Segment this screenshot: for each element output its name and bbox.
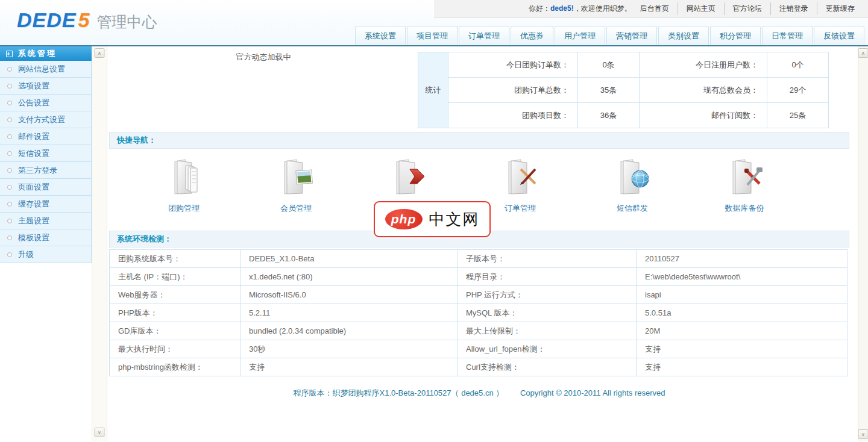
sidebar-item-options[interactable]: 选项设置 xyxy=(0,78,92,95)
tab-points-management[interactable]: 积分管理 xyxy=(710,26,761,45)
stat-value: 25条 xyxy=(767,103,829,128)
tab-system-settings[interactable]: 系统设置 xyxy=(355,26,406,45)
header: DEDE 5 管理中心 你好：dede5!，欢迎使用织梦。 后台首页 网站主页 … xyxy=(0,0,868,46)
link-admin-home[interactable]: 后台首页 xyxy=(632,2,678,15)
logo-dede: DEDE xyxy=(17,8,76,32)
username: dede5! xyxy=(550,4,574,13)
tab-feedback-settings[interactable]: 反馈设置 xyxy=(814,26,864,45)
scroll-up-icon[interactable] xyxy=(858,48,868,58)
env-value: isapi xyxy=(637,286,848,304)
scroll-down-icon[interactable] xyxy=(858,429,868,439)
tab-marketing-management[interactable]: 营销管理 xyxy=(606,26,657,45)
env-value: DEDE5_X1.0-Beta xyxy=(241,250,458,268)
env-label: 最大执行时间： xyxy=(110,340,241,358)
env-table: 团购系统版本号： DEDE5_X1.0-Beta 子版本号： 20110527 … xyxy=(109,249,848,376)
sidebar-item-label: 模板设置 xyxy=(18,232,49,243)
sidebar-item-label: 公告设置 xyxy=(18,98,49,108)
link-refresh-cache[interactable]: 更新缓存 xyxy=(817,2,863,15)
bullet-icon xyxy=(7,219,12,223)
quicknav-group-buy[interactable]: 团购管理 xyxy=(128,149,240,231)
sidebar-item-label: 支付方式设置 xyxy=(18,114,65,125)
stat-label: 团购订单总数： xyxy=(448,78,578,103)
table-row: PHP版本： 5.2.11 MySQL 版本： 5.0.51a xyxy=(110,304,848,322)
env-value: E:\web\dede5test\wwwroot\ xyxy=(637,268,848,286)
page-scrollbar[interactable] xyxy=(858,46,868,441)
env-value: bundled (2.0.34 compatible) xyxy=(241,322,458,340)
greeting-prefix: 你好： xyxy=(529,4,550,13)
sidebar: 系统管理 网站信息设置 选项设置 公告设置 支付方式设置 邮件设置 短信设置 第… xyxy=(0,46,92,441)
env-value: 30秒 xyxy=(241,340,458,358)
topbar: 你好：dede5!，欢迎使用织梦。 后台首页 网站主页 官方论坛 注销登录 更新… xyxy=(434,0,868,18)
stat-label: 邮件订阅数： xyxy=(640,103,767,128)
quicknav-label: 数据库备份 xyxy=(688,203,800,214)
bullet-icon xyxy=(7,168,12,173)
link-site-home[interactable]: 网站主页 xyxy=(678,2,724,15)
env-value: 5.2.11 xyxy=(241,304,458,322)
tab-daily-management[interactable]: 日常管理 xyxy=(762,26,813,45)
sidebar-item-upgrade[interactable]: 升级 xyxy=(0,246,92,263)
quicknav-db-backup[interactable]: 数据库备份 xyxy=(688,149,800,231)
sidebar-item-email[interactable]: 邮件设置 xyxy=(0,128,92,145)
sidebar-item-sms[interactable]: 短信设置 xyxy=(0,145,92,162)
sidebar-item-theme[interactable]: 主题设置 xyxy=(0,213,92,229)
sidebar-group-system[interactable]: 系统管理 xyxy=(0,46,92,61)
link-official-forum[interactable]: 官方论坛 xyxy=(724,2,770,15)
quicknav-label: 会员管理 xyxy=(240,203,352,214)
env-value: 支持 xyxy=(241,358,458,376)
tab-category-settings[interactable]: 类别设置 xyxy=(658,26,709,45)
table-row: 团购订单总数： 35条 现有总数会员： 29个 xyxy=(418,78,829,103)
sidebar-item-label: 短信设置 xyxy=(18,148,49,159)
stat-label: 现有总数会员： xyxy=(640,78,767,103)
stat-label: 团购项目数： xyxy=(448,103,578,128)
sidebar-item-thirdparty-login[interactable]: 第三方登录 xyxy=(0,162,92,179)
table-row: GD库版本： bundled (2.0.34 compatible) 最大上传限… xyxy=(110,322,848,340)
link-logout[interactable]: 注销登录 xyxy=(770,2,817,15)
stat-label: 今日团购订单数： xyxy=(448,52,578,78)
bullet-icon xyxy=(7,117,12,122)
env-value: 20M xyxy=(637,322,848,340)
quicknav-label: 团购管理 xyxy=(128,203,240,214)
tab-user-management[interactable]: 用户管理 xyxy=(555,26,605,45)
sidebar-item-announcement[interactable]: 公告设置 xyxy=(0,95,92,111)
stat-value: 35条 xyxy=(578,78,640,103)
top-links: 后台首页 网站主页 官方论坛 注销登录 更新缓存 xyxy=(632,2,863,15)
sidebar-item-page-settings[interactable]: 页面设置 xyxy=(0,179,92,196)
bullet-icon xyxy=(7,67,12,72)
env-label: PHP 运行方式： xyxy=(458,286,637,304)
quicknav-sms-broadcast[interactable]: 短信群发 xyxy=(576,149,688,231)
sidebar-item-template[interactable]: 模板设置 xyxy=(0,229,92,246)
tab-order-management[interactable]: 订单管理 xyxy=(459,26,509,45)
official-news-loading: 官方动态加载中 xyxy=(109,52,418,63)
sidebar-item-label: 页面设置 xyxy=(18,182,49,193)
bullet-icon xyxy=(7,134,12,139)
bullet-icon xyxy=(7,252,12,257)
sidebar-item-label: 网站信息设置 xyxy=(18,64,65,75)
scroll-up-icon[interactable] xyxy=(95,48,105,58)
table-row: 主机名 (IP：端口)： x1.dede5.net (:80) 程序目录： E:… xyxy=(110,268,848,286)
tab-project-management[interactable]: 项目管理 xyxy=(407,26,458,45)
sidebar-item-cache[interactable]: 缓存设置 xyxy=(0,196,92,213)
bullet-icon xyxy=(7,101,12,105)
folder-globe-icon xyxy=(612,157,652,199)
sidebar-group-label: 系统管理 xyxy=(18,48,57,59)
bullet-icon xyxy=(7,202,12,207)
sidebar-scrollbar[interactable] xyxy=(92,46,107,441)
env-label: Curl支持检测： xyxy=(458,358,637,376)
sidebar-item-payment[interactable]: 支付方式设置 xyxy=(0,111,92,128)
stat-value: 36条 xyxy=(578,103,640,128)
env-value: 支持 xyxy=(637,358,848,376)
folder-photo-icon xyxy=(276,157,316,199)
sidebar-item-label: 第三方登录 xyxy=(18,165,57,176)
env-label: Allow_url_fopen检测： xyxy=(458,340,637,358)
tab-coupons[interactable]: 优惠券 xyxy=(511,26,553,45)
scroll-down-icon[interactable] xyxy=(95,428,105,437)
stats-row-header: 统计 xyxy=(418,52,448,128)
app-logo: DEDE 5 管理中心 xyxy=(17,8,157,32)
quicknav-members[interactable]: 会员管理 xyxy=(240,149,352,231)
stat-value: 0个 xyxy=(767,52,829,78)
sidebar-item-label: 邮件设置 xyxy=(18,131,49,142)
sidebar-item-site-info[interactable]: 网站信息设置 xyxy=(0,61,92,78)
stat-value: 29个 xyxy=(767,78,829,103)
env-label: 团购系统版本号： xyxy=(110,250,241,268)
logo-suffix: 管理中心 xyxy=(96,12,157,32)
